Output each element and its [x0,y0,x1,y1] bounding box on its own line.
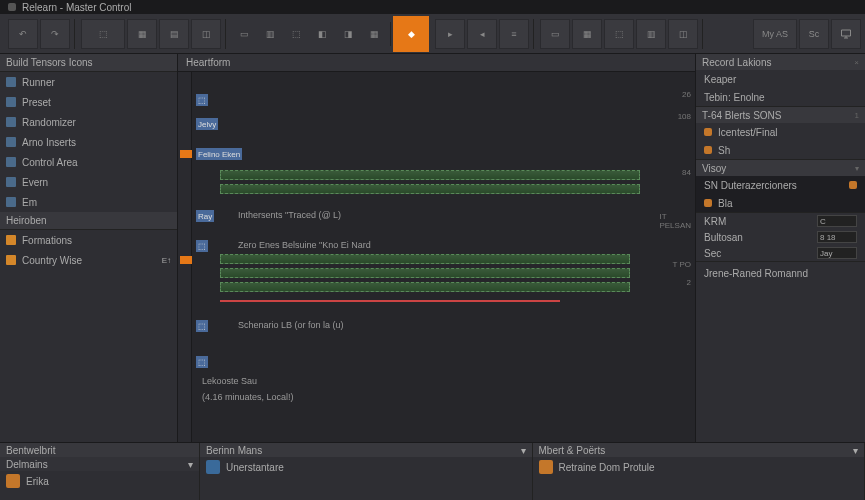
bot-col2-item[interactable]: Unerstantare [200,457,532,477]
item-icon [6,255,16,265]
item-icon [6,235,16,245]
layout-btn-2[interactable]: ▦ [572,19,602,49]
bot-col3-item[interactable]: Retraine Dom Protule [533,457,865,477]
layout-btn-5[interactable]: ◫ [668,19,698,49]
track-label[interactable]: Jelvy [196,118,218,130]
thumb-icon [539,460,553,474]
sidebar-item-2[interactable]: Randomizer [0,112,177,132]
tool-group-view: ⬚ ▦ ▤ ◫ [77,19,226,49]
status-dot-icon [849,181,857,189]
sidebar-item-label: Em [22,197,37,208]
redo-button[interactable]: ↷ [40,19,70,49]
view-btn-4[interactable]: ◫ [191,19,221,49]
track-label[interactable]: Felino Eken [196,148,242,160]
sidebar2-item-0[interactable]: Formations [0,230,177,250]
sidebar-item-0[interactable]: Runner [0,72,177,92]
edit-btn-5[interactable]: ◨ [336,22,360,46]
timeline[interactable]: 2610884IT PELSANT PO2 ⬚JelvyFelino EkenR… [178,72,695,442]
rp-sec2-item-0[interactable]: Icentest/Final [696,123,865,141]
view-btn-1[interactable]: ⬚ [81,19,125,49]
property-key: Bultosan [704,232,743,243]
property-value-input[interactable] [817,231,857,243]
layout-btn-1[interactable]: ▭ [540,19,570,49]
right-tool-2[interactable]: Sc [799,19,829,49]
edit-btn-1[interactable]: ▭ [232,22,256,46]
track-clip[interactable] [220,170,640,180]
property-key: KRM [704,216,726,227]
chevron-down-icon[interactable]: ▾ [188,459,193,470]
item-icon [6,117,16,127]
thumb-icon [6,474,20,488]
sidebar-item-label: Preset [22,97,51,108]
bullet-icon [704,199,712,207]
track-label[interactable]: ⬚ [196,320,208,332]
view-btn-2[interactable]: ▦ [127,19,157,49]
title-bar: Relearn - Master Control [0,0,865,14]
bullet-icon [704,146,712,154]
edit-btn-2[interactable]: ▥ [258,22,282,46]
rp-sec1-header[interactable]: Record Lakions× [696,54,865,70]
layout-btn-3[interactable]: ⬚ [604,19,634,49]
track-label[interactable]: ⬚ [196,356,208,368]
track-marker[interactable] [180,150,192,158]
chevron-down-icon[interactable]: ▾ [855,164,859,173]
chevron-down-icon[interactable]: ▾ [521,445,526,456]
close-icon[interactable]: × [854,58,859,67]
track-marker[interactable] [180,256,192,264]
track-label[interactable]: ⬚ [196,94,208,106]
track-clip[interactable] [220,282,630,292]
primary-action-button[interactable]: ◆ [393,16,429,52]
ruler-label: 26 [682,90,691,99]
sidebar-item-4[interactable]: Control Area [0,152,177,172]
track-clip[interactable] [220,184,640,194]
bottom-panel: Bentwelbrit Delmains▾ Erika Berinn Mans▾… [0,442,865,500]
thumb-icon [206,460,220,474]
edit-btn-3[interactable]: ⬚ [284,22,308,46]
settings-icon[interactable] [831,19,861,49]
tool-group-play: ▸ ◂ ≡ [431,19,534,49]
bot-col3-header[interactable]: Mbert & Poërts▾ [533,443,865,457]
rp-sec1-item-0[interactable]: Keaper [696,70,865,88]
bot-col1-item[interactable]: Erika [0,471,199,491]
edit-btn-6[interactable]: ▦ [362,22,386,46]
main-toolbar: ↶ ↷ ⬚ ▦ ▤ ◫ ▭ ▥ ⬚ ◧ ◨ ▦ ◆ ▸ ◂ ≡ ▭ ▦ ⬚ ▥ … [0,14,865,54]
right-panel: Record Lakions× Keaper Tebin: Enolne T-6… [695,54,865,442]
sidebar2-item-1[interactable]: Country WiseE↑ [0,250,177,270]
badge: 1 [855,111,859,120]
sidebar-item-6[interactable]: Em [0,192,177,212]
rp-sec3-item-0[interactable]: SN Duterazercioners [696,176,865,194]
play-btn-1[interactable]: ▸ [435,19,465,49]
sidebar-item-1[interactable]: Preset [0,92,177,112]
play-btn-3[interactable]: ≡ [499,19,529,49]
property-value-input[interactable] [817,215,857,227]
undo-button[interactable]: ↶ [8,19,38,49]
property-value-input[interactable] [817,247,857,259]
sidebar-item-5[interactable]: Evern [0,172,177,192]
edit-btn-4[interactable]: ◧ [310,22,334,46]
track-text: Lekooste Sau [202,376,257,386]
rp-sec3-header[interactable]: Visoy▾ [696,160,865,176]
app-title: Relearn - Master Control [22,2,131,13]
track-label[interactable]: ⬚ [196,240,208,252]
view-btn-3[interactable]: ▤ [159,19,189,49]
sidebar-item-3[interactable]: Arno Inserts [0,132,177,152]
rp-sec2-item-1[interactable]: Sh [696,141,865,159]
rp-sec2-header[interactable]: T-64 Blerts SONS1 [696,107,865,123]
track-error-line [220,300,560,302]
item-icon [6,77,16,87]
property-row: Sec [696,245,865,261]
track-clip[interactable] [220,268,630,278]
right-tool-1[interactable]: My AS [753,19,797,49]
track-text: Schenario LB (or fon la (u) [238,320,344,330]
bot-col1-sub[interactable]: Delmains▾ [0,457,199,471]
rp-sec1-item-1[interactable]: Tebin: Enolne [696,88,865,106]
play-btn-2[interactable]: ◂ [467,19,497,49]
layout-btn-4[interactable]: ▥ [636,19,666,49]
rp-sec3-item-1[interactable]: Bla [696,194,865,212]
ruler-label: IT PELSAN [659,212,691,230]
item-icon [6,177,16,187]
chevron-down-icon[interactable]: ▾ [853,445,858,456]
bot-col2-header[interactable]: Berinn Mans▾ [200,443,532,457]
track-clip[interactable] [220,254,630,264]
track-label[interactable]: Ray [196,210,214,222]
